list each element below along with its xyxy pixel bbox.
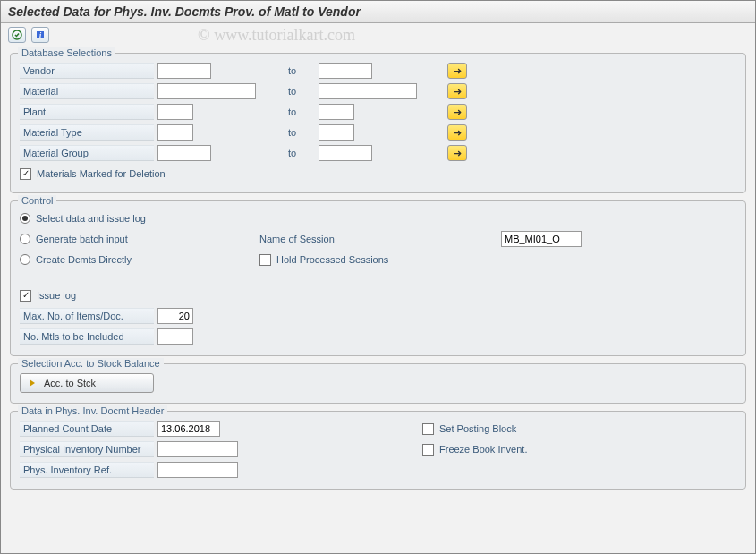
arrow-right-icon: ➜ (454, 86, 462, 98)
arrow-right-icon: ➜ (454, 107, 462, 118)
to-label: to (270, 107, 315, 117)
row-radio-select-log: Select data and issue log (20, 209, 736, 227)
plant-to-input[interactable] (319, 104, 354, 120)
material-multi-button[interactable]: ➜ (447, 83, 467, 99)
session-name-input[interactable] (501, 231, 582, 247)
label-vendor: Vendor (20, 63, 154, 79)
arrow-right-icon: ➜ (454, 65, 462, 77)
label-planned-date: Planned Count Date (20, 421, 154, 437)
posting-block-checkbox[interactable] (422, 423, 434, 435)
plant-from-input[interactable] (157, 104, 193, 120)
radio-create-direct-label[interactable]: Create Dcmts Directly (36, 254, 154, 265)
arrow-right-icon: ➜ (454, 148, 462, 159)
freeze-book-label[interactable]: Freeze Book Invent. (439, 444, 527, 455)
material-from-input[interactable] (157, 83, 256, 99)
label-plant: Plant (20, 104, 154, 120)
vendor-multi-button[interactable]: ➜ (447, 63, 467, 79)
to-label: to (270, 127, 315, 138)
row-pinv-ref: Phys. Inventory Ref. (20, 461, 736, 479)
radio-batch-label[interactable]: Generate batch input (36, 234, 154, 244)
label-max-items: Max. No. of Items/Doc. (20, 308, 154, 324)
max-items-input[interactable] (157, 308, 193, 324)
pinv-ref-input[interactable] (157, 462, 238, 478)
planned-date-input[interactable] (157, 421, 220, 437)
radio-batch-input[interactable] (20, 234, 30, 244)
page-title: Selected Data for Phys. Inv. Docmts Prov… (1, 1, 755, 23)
to-label: to (270, 65, 315, 76)
mtype-from-input[interactable] (157, 124, 193, 141)
execute-button[interactable] (8, 27, 26, 43)
vendor-from-input[interactable] (157, 63, 211, 79)
row-pinv-number: Physical Inventory Number Freeze Book In… (20, 440, 736, 458)
group-database-selections: Database Selections Vendor to ➜ Material… (10, 53, 746, 193)
label-material-type: Material Type (20, 124, 154, 141)
group-header-data: Data in Phys. Inv. Docmt Header Planned … (10, 411, 746, 490)
row-material-group: Material Group to ➜ (20, 144, 736, 162)
app-window: Selected Data for Phys. Inv. Docmts Prov… (0, 0, 756, 554)
row-no-mtls: No. Mtls to be Included (20, 328, 736, 345)
group-control: Control Select data and issue log Genera… (10, 200, 746, 356)
acc-to-stock-button[interactable]: Acc. to Stck (20, 373, 154, 393)
issue-log-label[interactable]: Issue log (37, 290, 76, 301)
execute-icon (12, 30, 22, 40)
label-pinv-number: Physical Inventory Number (20, 441, 154, 457)
issue-log-checkbox[interactable]: ✓ (20, 290, 31, 302)
toolbar: i (1, 23, 755, 47)
posting-block-label[interactable]: Set Posting Block (439, 423, 516, 434)
radio-create-direct[interactable] (20, 254, 30, 265)
info-button[interactable]: i (31, 27, 49, 43)
plant-multi-button[interactable]: ➜ (447, 104, 467, 120)
row-radio-batch: Generate batch input Name of Session (20, 230, 736, 248)
label-pinv-ref: Phys. Inventory Ref. (20, 462, 154, 478)
row-issue-log: ✓ Issue log (20, 286, 736, 304)
no-mtls-input[interactable] (157, 328, 193, 345)
pinv-number-input[interactable] (157, 441, 238, 457)
label-no-mtls: No. Mtls to be Included (20, 328, 154, 345)
row-max-items: Max. No. of Items/Doc. (20, 307, 736, 325)
content-area: Database Selections Vendor to ➜ Material… (1, 47, 755, 502)
row-radio-create-direct: Create Dcmts Directly Hold Processed Ses… (20, 251, 736, 268)
to-label: to (270, 148, 315, 158)
hold-sessions-checkbox[interactable] (259, 254, 271, 266)
freeze-book-checkbox[interactable] (422, 444, 434, 456)
label-material: Material (20, 83, 154, 99)
row-marked-deletion: ✓ Materials Marked for Deletion (20, 165, 736, 183)
acc-to-stock-label: Acc. to Stck (44, 378, 96, 388)
row-plant: Plant to ➜ (20, 103, 736, 121)
mgroup-multi-button[interactable]: ➜ (447, 145, 467, 161)
group-title-stock: Selection Acc. to Stock Balance (18, 358, 164, 369)
session-name-label: Name of Session (259, 234, 403, 244)
group-stock-balance: Selection Acc. to Stock Balance Acc. to … (10, 363, 746, 404)
mgroup-to-input[interactable] (319, 145, 372, 161)
row-material: Material to ➜ (20, 82, 736, 100)
marked-deletion-label[interactable]: Materials Marked for Deletion (37, 168, 166, 179)
hold-sessions-label[interactable]: Hold Processed Sessions (276, 254, 388, 265)
radio-select-log[interactable] (20, 213, 30, 224)
radio-select-log-label[interactable]: Select data and issue log (36, 213, 146, 224)
to-label: to (270, 86, 315, 97)
mtype-to-input[interactable] (319, 124, 354, 141)
row-vendor: Vendor to ➜ (20, 62, 736, 80)
info-icon: i (35, 30, 46, 40)
mtype-multi-button[interactable]: ➜ (447, 124, 467, 141)
triangle-right-icon (30, 379, 35, 387)
arrow-right-icon: ➜ (454, 127, 462, 139)
marked-deletion-checkbox[interactable]: ✓ (20, 168, 31, 180)
group-title-control: Control (18, 195, 56, 206)
material-to-input[interactable] (319, 83, 417, 99)
group-title-db: Database Selections (18, 47, 115, 58)
group-title-header: Data in Phys. Inv. Docmt Header (18, 405, 167, 416)
row-planned-date: Planned Count Date Set Posting Block (20, 420, 736, 438)
row-material-type: Material Type to ➜ (20, 124, 736, 141)
label-material-group: Material Group (20, 145, 154, 161)
vendor-to-input[interactable] (319, 63, 372, 79)
mgroup-from-input[interactable] (157, 145, 211, 161)
